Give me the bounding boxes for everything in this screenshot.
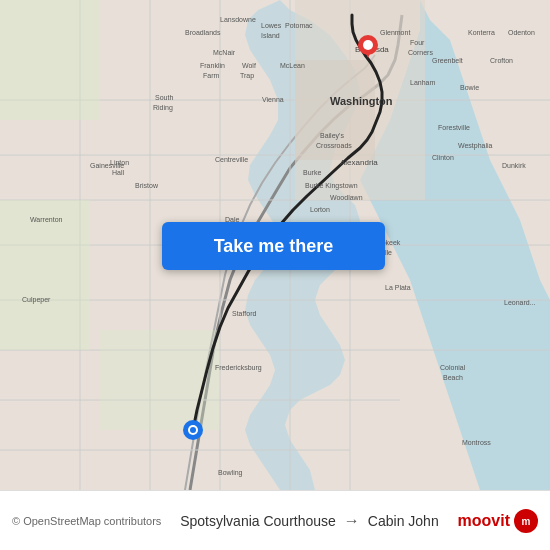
svg-text:Broadlands: Broadlands xyxy=(185,29,221,36)
svg-text:Glenmont: Glenmont xyxy=(380,29,410,36)
svg-text:Woodlawn: Woodlawn xyxy=(330,194,363,201)
svg-text:Lorton: Lorton xyxy=(310,206,330,213)
svg-text:Bailey's: Bailey's xyxy=(320,132,344,140)
svg-text:Wolf: Wolf xyxy=(242,62,256,69)
destination-label: Cabin John xyxy=(368,513,439,529)
osm-attribution: © OpenStreetMap contributors xyxy=(12,515,161,527)
svg-text:Fredericksburg: Fredericksburg xyxy=(215,364,262,372)
svg-text:Greenbelt: Greenbelt xyxy=(432,57,463,64)
svg-text:McLean: McLean xyxy=(280,62,305,69)
svg-text:Clinton: Clinton xyxy=(432,154,454,161)
svg-text:Bristow: Bristow xyxy=(135,182,159,189)
moovit-brand-text: moovit xyxy=(458,512,510,530)
svg-text:Culpeper: Culpeper xyxy=(22,296,51,304)
footer: © OpenStreetMap contributors Spotsylvani… xyxy=(0,490,550,550)
svg-text:Four: Four xyxy=(410,39,425,46)
take-me-there-button[interactable]: Take me there xyxy=(162,222,385,270)
moovit-logo-icon: m xyxy=(514,509,538,533)
svg-text:Lansdowne: Lansdowne xyxy=(220,16,256,23)
svg-text:Centreville: Centreville xyxy=(215,156,248,163)
svg-text:Burke: Burke xyxy=(303,169,321,176)
svg-text:Montross: Montross xyxy=(462,439,491,446)
svg-text:Konterra: Konterra xyxy=(468,29,495,36)
svg-point-80 xyxy=(190,427,196,433)
route-arrow-icon: → xyxy=(344,512,360,530)
svg-text:Leonard...: Leonard... xyxy=(504,299,536,306)
svg-text:Hall: Hall xyxy=(112,169,125,176)
svg-text:Washington: Washington xyxy=(330,95,393,107)
svg-text:Warrenton: Warrenton xyxy=(30,216,63,223)
svg-text:South: South xyxy=(155,94,173,101)
origin-label: Spotsylvania Courthouse xyxy=(180,513,336,529)
moovit-logo: moovit m xyxy=(458,509,538,533)
svg-text:Stafford: Stafford xyxy=(232,310,256,317)
svg-text:m: m xyxy=(522,516,531,527)
svg-rect-16 xyxy=(100,330,220,430)
svg-text:Island: Island xyxy=(261,32,280,39)
svg-point-77 xyxy=(363,40,373,50)
svg-text:Linton: Linton xyxy=(110,159,129,166)
svg-text:Forestville: Forestville xyxy=(438,124,470,131)
svg-text:La Plata: La Plata xyxy=(385,284,411,291)
svg-text:Bowie: Bowie xyxy=(460,84,479,91)
svg-text:Bowling: Bowling xyxy=(218,469,243,477)
svg-text:Colonial: Colonial xyxy=(440,364,466,371)
svg-text:Lanham: Lanham xyxy=(410,79,435,86)
svg-text:Odenton: Odenton xyxy=(508,29,535,36)
svg-text:Franklin: Franklin xyxy=(200,62,225,69)
svg-text:McNair: McNair xyxy=(213,49,236,56)
svg-rect-14 xyxy=(0,0,100,120)
route-info: Spotsylvania Courthouse → Cabin John xyxy=(161,512,457,530)
svg-text:Burke Kingstown: Burke Kingstown xyxy=(305,182,358,190)
svg-text:Beach: Beach xyxy=(443,374,463,381)
svg-text:Crossroads: Crossroads xyxy=(316,142,352,149)
map-container: Washington Bethesda Gainesville Centrevi… xyxy=(0,0,550,490)
svg-text:Potomac: Potomac xyxy=(285,22,313,29)
svg-text:Crofton: Crofton xyxy=(490,57,513,64)
svg-text:Trap: Trap xyxy=(240,72,254,80)
svg-text:Corners: Corners xyxy=(408,49,433,56)
svg-text:Vienna: Vienna xyxy=(262,96,284,103)
svg-text:Lowes: Lowes xyxy=(261,22,282,29)
svg-text:Farm: Farm xyxy=(203,72,220,79)
svg-text:Alexandria: Alexandria xyxy=(340,158,378,167)
svg-text:Dunkirk: Dunkirk xyxy=(502,162,526,169)
footer-left: © OpenStreetMap contributors xyxy=(12,515,161,527)
svg-text:Westphalia: Westphalia xyxy=(458,142,493,150)
svg-text:Riding: Riding xyxy=(153,104,173,112)
